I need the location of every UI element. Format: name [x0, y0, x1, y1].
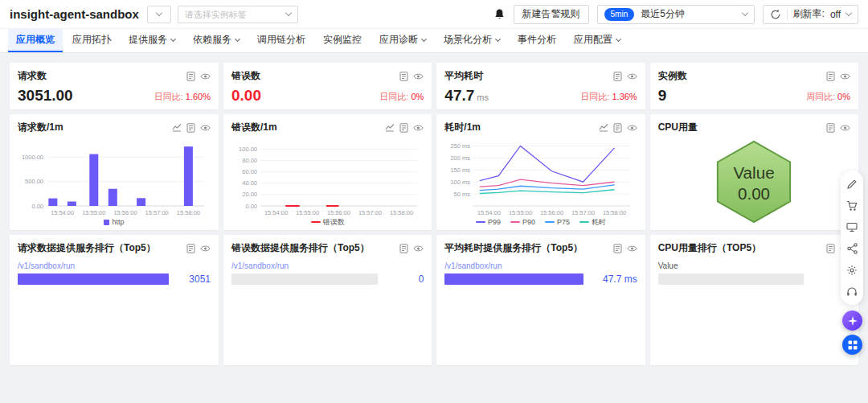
share-icon[interactable] [847, 243, 858, 254]
eye-icon[interactable] [840, 72, 850, 80]
tab-app-topology[interactable]: 应用拓扑 [64, 29, 119, 52]
tab-instance-monitoring[interactable]: 实例监控 [315, 29, 370, 52]
svg-text:60.00: 60.00 [242, 168, 257, 175]
legend-item[interactable]: http [104, 218, 124, 226]
requests-bar-chart: 0.00500.001000.0015:54:0015:55:0015:56:0… [18, 136, 211, 216]
tab-app-config[interactable]: 应用配置 [566, 29, 628, 52]
chart-card-cpu-usage: CPU用量 Value 0.00 [650, 114, 858, 230]
legend-item[interactable]: 错误数 [311, 217, 345, 228]
report-icon[interactable] [613, 72, 622, 81]
svg-text:15:54:00: 15:54:00 [51, 209, 74, 216]
svg-text:15:55:00: 15:55:00 [296, 209, 319, 216]
stat-value: 3051.00 [18, 88, 76, 103]
refresh-rate-value[interactable]: off [830, 9, 841, 20]
tab-provided-services[interactable]: 提供服务 [121, 29, 183, 52]
card-title: 请求数 [18, 69, 47, 83]
gear-icon[interactable] [846, 265, 858, 276]
report-icon[interactable] [186, 123, 195, 133]
line-chart-icon[interactable] [599, 123, 608, 132]
eye-icon[interactable] [200, 245, 211, 253]
svg-text:20.00: 20.00 [242, 191, 257, 198]
eye-icon[interactable] [200, 124, 211, 132]
chart-card-requests-per-minute: 请求数/1m 0.00500.001000.0015:54:0015:55:00… [10, 114, 219, 230]
eye-icon[interactable] [413, 72, 424, 80]
rank-item-link[interactable]: /v1/sandbox/run [444, 261, 637, 270]
report-icon[interactable] [826, 244, 835, 253]
svg-text:15:58:00: 15:58:00 [390, 209, 413, 216]
card-title: 请求数据提供服务排行（Top5） [18, 241, 156, 255]
rank-bar [231, 273, 378, 285]
rank-card-latency-top5: 平均耗时提供服务排行（Top5） /v1/sandbox/run 47.7 ms [436, 235, 645, 365]
report-icon[interactable] [399, 244, 408, 253]
svg-text:15:57:00: 15:57:00 [358, 209, 382, 216]
edit-icon[interactable] [846, 179, 858, 190]
instance-tag-select[interactable] [178, 6, 298, 23]
svg-text:15:58:00: 15:58:00 [177, 209, 200, 216]
refresh-icon[interactable] [770, 9, 781, 20]
notification-bell-icon[interactable] [493, 8, 506, 21]
svg-text:80.00: 80.00 [242, 157, 257, 164]
stat-value: 0.00 [231, 88, 264, 103]
svg-text:15:56:00: 15:56:00 [540, 209, 563, 216]
eye-icon[interactable] [200, 72, 211, 80]
legend-item[interactable]: P90 [510, 218, 535, 226]
ai-assistant-button[interactable] [842, 310, 862, 331]
legend-item[interactable]: 耗时 [579, 217, 606, 228]
chart-card-latency-per-minute: 耗时/1m 50 ms100 ms150 ms200 ms250 ms15:54… [436, 114, 645, 230]
eye-icon[interactable] [627, 72, 637, 80]
tab-dependency-services[interactable]: 依赖服务 [185, 29, 248, 52]
report-icon[interactable] [186, 72, 195, 81]
create-alert-rule-button[interactable]: 新建告警规则 [514, 5, 589, 24]
rank-item-link[interactable]: /v1/sandbox/run [231, 261, 424, 270]
tab-scenario-analysis[interactable]: 场景化分析 [436, 29, 508, 52]
rank-card-requests-top5: 请求数据提供服务排行（Top5） /v1/sandbox/run 3051 [10, 235, 219, 365]
app-switcher-dropdown[interactable] [147, 6, 171, 23]
rank-bar [18, 273, 169, 285]
chevron-down-icon [616, 35, 621, 41]
svg-text:50 ms: 50 ms [454, 191, 471, 198]
eye-icon[interactable] [840, 124, 850, 132]
monitor-icon[interactable] [846, 222, 858, 232]
apps-grid-button[interactable] [842, 335, 862, 355]
cart-icon[interactable] [846, 200, 858, 212]
refresh-control: 刷新率: off [763, 5, 858, 24]
tab-label: 实例监控 [323, 33, 362, 47]
report-icon[interactable] [826, 123, 835, 133]
eye-icon[interactable] [627, 245, 637, 253]
divider [787, 9, 788, 20]
report-icon[interactable] [399, 72, 408, 81]
svg-text:250 ms: 250 ms [451, 142, 471, 150]
report-icon[interactable] [399, 123, 408, 133]
card-title: 耗时/1m [444, 121, 481, 134]
line-chart-icon[interactable] [172, 123, 182, 132]
report-icon[interactable] [826, 72, 835, 81]
rank-value: 3051 [175, 273, 211, 285]
tab-app-overview[interactable]: 应用概览 [8, 29, 63, 52]
eye-icon[interactable] [627, 124, 637, 132]
svg-text:15:55:00: 15:55:00 [82, 209, 105, 216]
chevron-down-icon [495, 35, 501, 41]
report-icon[interactable] [186, 244, 195, 253]
stat-card-errors: 错误数 0.00 日同比: 0% [223, 63, 432, 109]
legend-item[interactable]: P75 [545, 218, 570, 226]
line-chart-icon[interactable] [385, 123, 395, 132]
svg-text:15:55:00: 15:55:00 [509, 209, 532, 216]
rank-item-link[interactable]: /v1/sandbox/run [18, 261, 211, 270]
eye-icon[interactable] [413, 124, 424, 132]
svg-text:15:54:00: 15:54:00 [264, 209, 288, 216]
tab-event-analysis[interactable]: 事件分析 [510, 29, 564, 52]
rank-bar [444, 273, 583, 285]
legend-item[interactable]: P99 [476, 218, 501, 226]
report-icon[interactable] [613, 244, 622, 253]
rank-row: 0 [658, 273, 850, 285]
headset-icon[interactable] [846, 286, 858, 297]
svg-text:15:54:00: 15:54:00 [477, 209, 501, 216]
tab-app-diagnosis[interactable]: 应用诊断 [371, 29, 434, 52]
cpu-hexagon: Value 0.00 [711, 138, 796, 225]
tab-trace-analysis[interactable]: 调用链分析 [249, 29, 313, 52]
eye-icon[interactable] [413, 245, 424, 253]
instance-tag-input[interactable] [185, 10, 283, 19]
report-icon[interactable] [613, 123, 622, 133]
time-range-select[interactable]: 5min 最近5分钟 [597, 5, 755, 24]
tab-label: 提供服务 [129, 33, 167, 47]
